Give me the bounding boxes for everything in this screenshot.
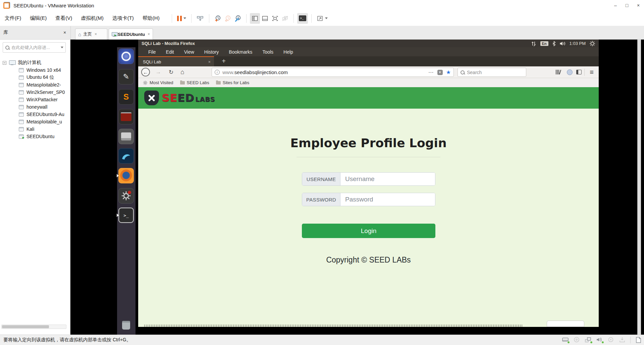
fullscreen-button[interactable]: [270, 13, 280, 24]
menu-hamburger-button[interactable]: ≡: [587, 67, 596, 77]
launcher-files-icon[interactable]: [118, 129, 134, 144]
ff-menu-view[interactable]: View: [184, 49, 194, 55]
show-library-button[interactable]: [250, 13, 260, 24]
launcher-sublime-icon[interactable]: S: [118, 89, 134, 105]
message-log-icon[interactable]: [635, 337, 642, 343]
close-button[interactable]: ×: [633, 0, 644, 11]
launcher-dash-icon[interactable]: [118, 49, 134, 64]
library-search-input[interactable]: [11, 45, 59, 50]
launcher-terminal-icon[interactable]: >_: [118, 208, 134, 223]
scrollbar-thumb[interactable]: [2, 325, 49, 328]
username-input[interactable]: [340, 173, 435, 185]
ff-menu-history[interactable]: History: [204, 49, 219, 55]
back-button[interactable]: ←: [141, 67, 150, 77]
vm-item-winxpattacker[interactable]: WinXPattacker: [0, 96, 70, 103]
login-button[interactable]: Login: [302, 224, 435, 238]
vm-item-honeywall[interactable]: honeywall: [0, 103, 70, 111]
tab-home[interactable]: ⌂ 主页 ×: [75, 28, 107, 40]
fit-guest-button[interactable]: [315, 13, 329, 24]
vm-item-win2kserver[interactable]: Win2kServer_SP0: [0, 89, 70, 96]
account-button[interactable]: [565, 67, 574, 77]
launcher-firefox-icon[interactable]: [118, 168, 134, 183]
clock-label[interactable]: 1:03 PM: [570, 41, 586, 46]
launcher-wireshark-icon[interactable]: [118, 148, 134, 164]
show-thumbnail-bar-button[interactable]: [260, 13, 270, 24]
url-bar[interactable]: i www.seedlabsqlinjection.com ··· ∨ ★: [212, 68, 454, 77]
ff-tab-close-icon[interactable]: ×: [208, 59, 211, 64]
menu-tabs[interactable]: 选项卡(T): [112, 15, 134, 21]
launcher-text-editor-icon[interactable]: ✎: [118, 69, 134, 84]
page-actions-icon[interactable]: ···: [429, 70, 434, 75]
cdrom-device-icon[interactable]: [573, 337, 581, 343]
menu-edit[interactable]: 编辑(E): [30, 15, 47, 21]
ff-menu-file[interactable]: File: [148, 49, 156, 55]
home-button[interactable]: ⌂: [178, 67, 187, 77]
launcher-settings-icon[interactable]: [118, 188, 134, 204]
send-ctrl-alt-del-button[interactable]: [195, 13, 206, 24]
tree-root-my-computer[interactable]: 我的计算机: [0, 59, 70, 66]
partial-button[interactable]: [547, 321, 584, 327]
minimize-button[interactable]: –: [610, 0, 621, 11]
firefox-tab-sqli-lab[interactable]: SQLi Lab ×: [138, 56, 214, 66]
sidebar-horizontal-scrollbar[interactable]: [1, 325, 66, 329]
ff-menu-bookmarks[interactable]: Bookmarks: [229, 49, 252, 55]
library-button[interactable]: [553, 67, 563, 77]
unity-mode-button[interactable]: [280, 13, 290, 24]
maximize-button[interactable]: □: [621, 0, 633, 11]
bookmark-most-visited[interactable]: Most Visited: [143, 80, 173, 85]
bluetooth-icon[interactable]: [552, 41, 556, 46]
install-tools-icon[interactable]: [619, 337, 626, 343]
new-tab-button[interactable]: +: [219, 56, 229, 66]
tab-close-icon[interactable]: ×: [95, 32, 97, 37]
reload-button[interactable]: ↻: [166, 67, 176, 77]
hard-disk-device-icon[interactable]: [562, 337, 569, 343]
launcher-trash-icon[interactable]: [118, 318, 134, 333]
sidebar-toggle-button[interactable]: [574, 67, 584, 77]
library-search-box[interactable]: [3, 42, 66, 53]
snapshot-manager-button[interactable]: [233, 13, 243, 24]
tab-close-icon[interactable]: ×: [148, 32, 150, 37]
suspend-vm-button[interactable]: [175, 13, 188, 24]
firefox-search-box[interactable]: [458, 68, 526, 77]
keyboard-layout-indicator[interactable]: En: [540, 41, 548, 46]
vm-item-metasploitable2[interactable]: Metasploitable2-: [0, 81, 70, 89]
menu-view[interactable]: 查看(V): [55, 15, 72, 21]
chevron-down-icon[interactable]: [61, 47, 63, 48]
session-gear-icon[interactable]: [589, 41, 595, 47]
bookmark-folder-seed-labs[interactable]: SEED Labs: [180, 80, 209, 85]
secondary-cd-icon[interactable]: [607, 337, 615, 343]
forward-button[interactable]: →: [154, 67, 163, 77]
ff-menu-tools[interactable]: Tools: [262, 49, 273, 55]
ff-menu-help[interactable]: Help: [283, 49, 293, 55]
menu-help[interactable]: 帮助(H): [143, 15, 160, 21]
url-text[interactable]: www.seedlabsqlinjection.com: [222, 69, 288, 75]
vm-vertical-scrollbar[interactable]: [637, 40, 641, 335]
firefox-search-input[interactable]: [467, 70, 524, 75]
tab-seedubuntu[interactable]: ▶ SEEDUbuntu ×: [109, 28, 153, 40]
launcher-red-terminal-icon[interactable]: [118, 109, 134, 124]
menu-file[interactable]: 文件(F): [5, 15, 21, 21]
password-input[interactable]: [340, 193, 435, 206]
site-info-icon[interactable]: i: [215, 70, 220, 75]
open-terminal-button[interactable]: >_: [297, 13, 308, 24]
vm-item-seedubuntu[interactable]: ▶ SEEDUbuntu: [0, 133, 70, 140]
vm-item-metasploitable-u[interactable]: Metasploitable_u: [0, 118, 70, 125]
take-snapshot-button[interactable]: [213, 13, 223, 24]
revert-snapshot-button[interactable]: [223, 13, 233, 24]
library-close-button[interactable]: ×: [61, 29, 68, 36]
network-adapter-icon[interactable]: [585, 337, 592, 343]
bookmark-folder-sites-for-labs[interactable]: Sites for Labs: [216, 80, 250, 85]
ff-menu-edit[interactable]: Edit: [166, 49, 174, 55]
network-updown-icon[interactable]: [531, 41, 537, 46]
vm-item-windows10[interactable]: Windows 10 x64: [0, 66, 70, 74]
pocket-icon[interactable]: ∨: [437, 70, 443, 75]
vm-item-ubuntu64[interactable]: Ubuntu 64 位: [0, 74, 70, 81]
vm-item-seedubuntu9[interactable]: SEEDUbuntu9-Au: [0, 111, 70, 118]
sound-device-icon[interactable]: [596, 337, 603, 343]
vm-display-area[interactable]: SQLi Lab - Mozilla Firefox En 1:03 PM ✎ …: [70, 40, 644, 335]
vm-item-kali[interactable]: Kali: [0, 125, 70, 133]
collapse-icon[interactable]: [3, 61, 6, 65]
menu-vm[interactable]: 虚拟机(M): [81, 15, 104, 21]
bookmark-star-icon[interactable]: ★: [446, 69, 451, 75]
volume-icon[interactable]: [559, 41, 566, 46]
